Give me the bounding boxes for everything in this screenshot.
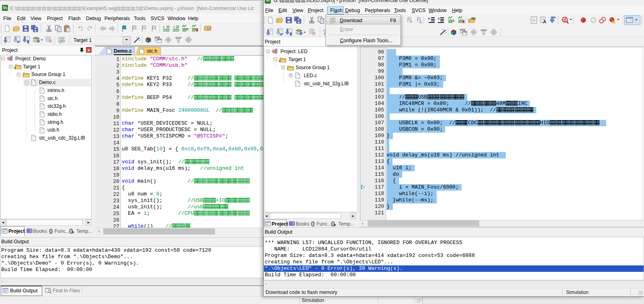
svg-text:LOAD: LOAD [329,18,335,21]
